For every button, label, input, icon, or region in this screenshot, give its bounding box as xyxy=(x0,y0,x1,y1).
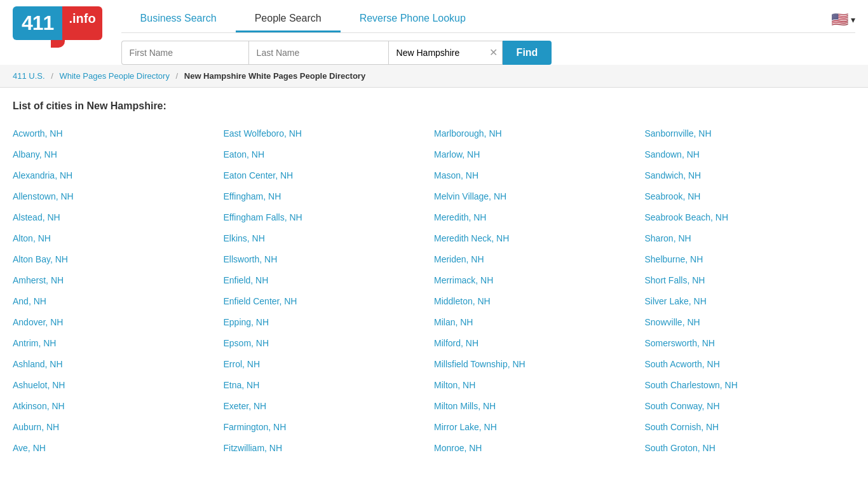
last-name-input[interactable] xyxy=(248,41,388,65)
city-link[interactable]: Eaton, NH xyxy=(224,146,435,164)
city-link[interactable]: Merrimack, NH xyxy=(434,271,645,290)
city-link[interactable]: Melvin Village, NH xyxy=(434,187,645,206)
city-link[interactable]: Ashuelot, NH xyxy=(13,376,224,395)
breadcrumb-directory[interactable]: White Pages People Directory xyxy=(59,71,169,81)
city-link[interactable]: Exeter, NH xyxy=(224,397,435,416)
city-link[interactable]: Snowville, NH xyxy=(645,313,856,332)
city-link[interactable]: Amherst, NH xyxy=(13,271,224,290)
city-link[interactable]: Acworth, NH xyxy=(13,125,224,143)
city-link[interactable]: South Charlestown, NH xyxy=(645,376,856,395)
logo[interactable]: 411 .info xyxy=(13,6,102,48)
city-link[interactable]: Millsfield Township, NH xyxy=(434,355,645,374)
main-content: List of cities in New Hampshire: Acworth… xyxy=(0,88,868,470)
nav-tabs: Business Search People Search Reverse Ph… xyxy=(121,6,855,33)
city-link[interactable]: Milan, NH xyxy=(434,313,645,332)
city-link[interactable]: Meredith, NH xyxy=(434,208,645,227)
city-link[interactable]: Ave, NH xyxy=(13,439,224,458)
find-button[interactable]: Find xyxy=(503,41,552,65)
breadcrumb-sep-1: / xyxy=(51,71,53,81)
city-link[interactable]: Meredith Neck, NH xyxy=(434,229,645,248)
city-link[interactable]: Milton Mills, NH xyxy=(434,397,645,416)
state-input[interactable] xyxy=(388,41,503,65)
city-link[interactable]: Elkins, NH xyxy=(224,229,435,248)
city-link[interactable]: Enfield, NH xyxy=(224,271,435,290)
city-link[interactable]: Somersworth, NH xyxy=(645,334,856,353)
city-link[interactable]: Seabrook, NH xyxy=(645,187,856,206)
city-link[interactable]: Seabrook Beach, NH xyxy=(645,208,856,227)
city-link[interactable]: Albany, NH xyxy=(13,146,224,164)
city-link[interactable]: Fitzwilliam, NH xyxy=(224,439,435,458)
cities-col-4: Sanbornville, NHSandown, NHSandwich, NHS… xyxy=(645,125,856,458)
city-link[interactable]: Alton Bay, NH xyxy=(13,250,224,269)
city-link[interactable]: Milton, NH xyxy=(434,376,645,395)
logo-number: 411 xyxy=(13,6,62,40)
city-link[interactable]: Effingham Falls, NH xyxy=(224,208,435,227)
city-link[interactable]: Eaton Center, NH xyxy=(224,166,435,185)
tab-reverse-phone[interactable]: Reverse Phone Lookup xyxy=(341,6,485,32)
tab-people-search[interactable]: People Search xyxy=(236,6,341,32)
city-link[interactable]: Sandwich, NH xyxy=(645,166,856,185)
city-link[interactable]: Mason, NH xyxy=(434,166,645,185)
flag-icon: 🇺🇸 xyxy=(831,11,848,28)
city-link[interactable]: Farmington, NH xyxy=(224,418,435,437)
city-link[interactable]: South Groton, NH xyxy=(645,439,856,458)
city-link[interactable]: Antrim, NH xyxy=(13,334,224,353)
cities-col-2: East Wolfeboro, NHEaton, NHEaton Center,… xyxy=(224,125,435,458)
city-link[interactable]: Atkinson, NH xyxy=(13,397,224,416)
state-input-wrapper: ✕ xyxy=(388,41,503,65)
header-right: Business Search People Search Reverse Ph… xyxy=(121,6,855,65)
city-link[interactable]: Auburn, NH xyxy=(13,418,224,437)
cities-grid: Acworth, NHAlbany, NHAlexandria, NHAllen… xyxy=(13,125,855,458)
city-link[interactable]: Epping, NH xyxy=(224,313,435,332)
city-link[interactable]: Short Falls, NH xyxy=(645,271,856,290)
city-link[interactable]: Marlborough, NH xyxy=(434,125,645,143)
city-link[interactable]: Silver Lake, NH xyxy=(645,292,856,311)
city-link[interactable]: Ellsworth, NH xyxy=(224,250,435,269)
city-link[interactable]: Epsom, NH xyxy=(224,334,435,353)
first-name-input[interactable] xyxy=(121,41,248,65)
search-bar: ✕ Find xyxy=(121,41,855,65)
city-link[interactable]: Marlow, NH xyxy=(434,146,645,164)
city-link[interactable]: Ashland, NH xyxy=(13,355,224,374)
city-link[interactable]: South Conway, NH xyxy=(645,397,856,416)
city-link[interactable]: Sanbornville, NH xyxy=(645,125,856,143)
city-link[interactable]: Effingham, NH xyxy=(224,187,435,206)
city-link[interactable]: Mirror Lake, NH xyxy=(434,418,645,437)
city-link[interactable]: Middleton, NH xyxy=(434,292,645,311)
city-link[interactable]: Andover, NH xyxy=(13,313,224,332)
cities-col-1: Acworth, NHAlbany, NHAlexandria, NHAllen… xyxy=(13,125,224,458)
city-link[interactable]: And, NH xyxy=(13,292,224,311)
city-link[interactable]: Etna, NH xyxy=(224,376,435,395)
city-link[interactable]: South Acworth, NH xyxy=(645,355,856,374)
city-link[interactable]: Milford, NH xyxy=(434,334,645,353)
tab-business-search[interactable]: Business Search xyxy=(121,6,236,32)
city-link[interactable]: Meriden, NH xyxy=(434,250,645,269)
header: 411 .info Business Search People Search … xyxy=(0,0,868,65)
page-heading: List of cities in New Hampshire: xyxy=(13,100,855,112)
logo-dotinfo: .info xyxy=(62,6,102,40)
city-link[interactable]: Shelburne, NH xyxy=(645,250,856,269)
city-link[interactable]: Sharon, NH xyxy=(645,229,856,248)
city-link[interactable]: Alton, NH xyxy=(13,229,224,248)
breadcrumb-current: New Hampshire White Pages People Directo… xyxy=(184,71,365,81)
city-link[interactable]: Alexandria, NH xyxy=(13,166,224,185)
city-link[interactable]: Allenstown, NH xyxy=(13,187,224,206)
city-link[interactable]: Sandown, NH xyxy=(645,146,856,164)
city-link[interactable]: South Cornish, NH xyxy=(645,418,856,437)
cities-col-3: Marlborough, NHMarlow, NHMason, NHMelvin… xyxy=(434,125,645,458)
city-link[interactable]: Monroe, NH xyxy=(434,439,645,458)
city-link[interactable]: Errol, NH xyxy=(224,355,435,374)
flag-selector[interactable]: 🇺🇸 ▾ xyxy=(831,11,855,28)
breadcrumb-sep-2: / xyxy=(176,71,179,81)
breadcrumb: 411 U.S. / White Pages People Directory … xyxy=(0,65,868,88)
city-link[interactable]: Enfield Center, NH xyxy=(224,292,435,311)
flag-dropdown-icon: ▾ xyxy=(851,15,855,25)
city-link[interactable]: East Wolfeboro, NH xyxy=(224,125,435,143)
city-link[interactable]: Alstead, NH xyxy=(13,208,224,227)
breadcrumb-home[interactable]: 411 U.S. xyxy=(13,71,45,81)
clear-state-button[interactable]: ✕ xyxy=(489,48,498,58)
